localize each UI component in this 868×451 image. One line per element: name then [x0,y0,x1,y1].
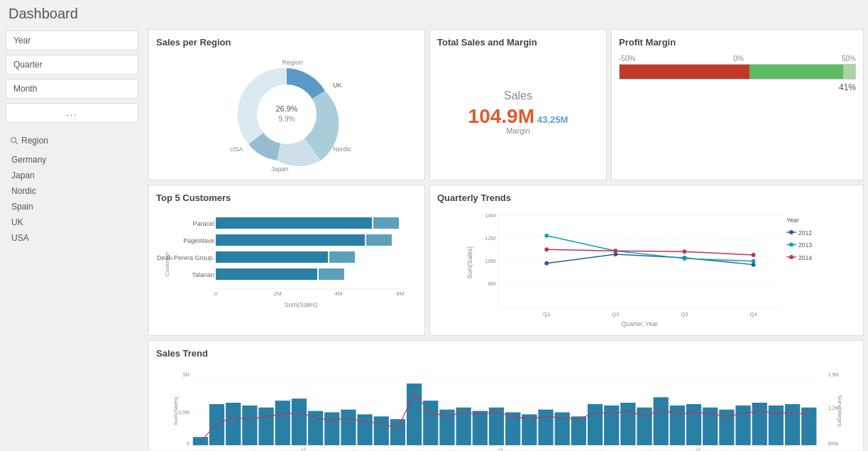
svg-rect-82 [258,408,273,445]
svg-rect-110 [719,410,734,445]
region-search[interactable]: Region [6,133,138,148]
svg-text:Nordic: Nordic [333,146,352,153]
svg-line-1 [16,142,18,144]
svg-rect-106 [654,397,669,445]
svg-text:Sum(Sales): Sum(Sales) [284,301,317,308]
svg-text:12M: 12M [485,235,495,241]
svg-rect-81 [242,406,257,445]
quarter-filter[interactable]: Quarter [6,55,138,75]
sidebar: Year Quarter Month ... Region Germany Ja… [0,25,144,450]
more-filters[interactable]: ... [6,103,138,123]
top-row: Sales per Region [148,29,864,180]
svg-point-62 [789,243,793,247]
svg-point-0 [11,138,16,143]
svg-text:Q1: Q1 [543,311,550,317]
svg-text:1.9M: 1.9M [828,372,839,377]
region-label: Region [21,136,48,146]
svg-text:Region: Region [282,59,303,66]
svg-rect-78 [193,437,208,445]
margin-value: 43.25M [537,114,568,125]
region-spain[interactable]: Spain [6,200,138,214]
region-germany[interactable]: Germany [6,153,138,167]
svg-point-59 [789,230,793,234]
svg-rect-17 [216,251,328,263]
region-japan[interactable]: Japan [6,168,138,183]
svg-rect-112 [752,403,767,445]
svg-text:8M: 8M [488,281,495,287]
svg-rect-99 [538,410,553,445]
svg-text:Sum(Sales): Sum(Sales) [172,396,179,425]
profit-percent: 41% [619,82,856,92]
profit-bar-red [620,65,749,79]
sales-values: 104.9M 43.25M [468,105,568,128]
region-nordic[interactable]: Nordic [6,184,138,198]
donut-chart: 26.9% 9.9% Region UK Nordic Japan USA [156,52,417,173]
total-sales-card: Total Sales and Margin Sales 104.9M 43.2… [429,29,607,180]
content-area: Sales per Region [144,25,868,450]
profit-margin-card: Profit Margin -50% 0% 50% 41% [611,29,864,180]
sales-value: 104.9M [468,105,534,128]
svg-text:2013-Jul: 2013-Jul [488,447,503,450]
svg-point-52 [752,259,756,263]
svg-text:2014: 2014 [798,254,813,261]
sales-label: Sales [504,89,532,102]
svg-rect-114 [785,404,800,445]
svg-rect-11 [216,217,372,229]
svg-text:2013-...: 2013-... [439,447,454,450]
trend-area: 5M 2.5M 0 Sum(Sales) 1.9M 1.2M 600k Sum(… [156,363,856,450]
svg-rect-88 [357,414,372,445]
svg-rect-91 [407,384,422,445]
svg-text:6M: 6M [396,290,404,297]
quarterly-trends-card: Quarterly Trends 14M 12M 10M [429,185,864,336]
svg-text:Talarian: Talarian [192,271,214,278]
profit-bar-green [749,65,844,79]
region-uk[interactable]: UK [6,215,138,229]
region-usa[interactable]: USA [6,231,138,245]
profit-bar-container: -50% 0% 50% 41% [619,55,856,92]
trend-svg: 5M 2.5M 0 Sum(Sales) 1.9M 1.2M 600k Sum(… [156,363,856,450]
svg-point-65 [789,255,793,259]
svg-text:Q4: Q4 [749,311,757,317]
year-filter[interactable]: Year [6,31,138,50]
svg-text:Quarter, Year: Quarter, Year [622,320,659,327]
svg-text:USA: USA [230,146,243,153]
svg-rect-107 [670,406,685,445]
search-icon [10,136,18,145]
svg-point-49 [544,234,549,238]
svg-point-45 [544,261,549,266]
svg-rect-103 [604,406,619,445]
svg-rect-113 [769,406,784,445]
svg-text:2014-...: 2014-... [637,447,651,450]
svg-text:Q3: Q3 [681,311,688,317]
svg-text:2013-...: 2013-... [538,447,552,450]
svg-rect-102 [588,404,603,445]
donut-svg: 26.9% 9.9% Region UK Nordic Japan USA [209,52,365,173]
svg-point-55 [683,249,687,254]
svg-point-51 [683,256,687,261]
svg-text:2013: 2013 [798,241,813,249]
svg-text:2M: 2M [273,290,281,297]
svg-text:Q2: Q2 [612,311,619,317]
svg-text:UK: UK [333,82,342,89]
svg-text:9.9%: 9.9% [279,115,295,123]
svg-text:0: 0 [187,441,189,446]
svg-text:Sum(Margin): Sum(Margin) [837,395,843,427]
svg-rect-80 [226,403,241,445]
svg-text:5M: 5M [183,372,190,377]
svg-text:2.5M: 2.5M [179,410,189,415]
sales-trend-card: Sales Trend 5M 2.5M 0 Sum(Sales) 1.9M 1.… [148,340,864,450]
svg-text:14M: 14M [485,212,495,219]
svg-rect-84 [292,398,307,445]
svg-point-54 [613,249,617,253]
bar-chart-svg: Customer Paracel PageWave Deak-Per [156,207,417,321]
svg-text:2012-...: 2012-... [242,447,256,450]
profit-bar-light [843,65,855,79]
svg-text:26.9%: 26.9% [275,104,297,113]
svg-rect-104 [620,403,635,445]
month-filter[interactable]: Month [6,79,138,99]
svg-text:Japan: Japan [271,165,289,173]
svg-rect-105 [637,408,652,445]
svg-text:10M: 10M [485,258,495,264]
sales-per-region-card: Sales per Region [148,29,425,180]
svg-text:2012-Jul: 2012-Jul [290,447,306,450]
